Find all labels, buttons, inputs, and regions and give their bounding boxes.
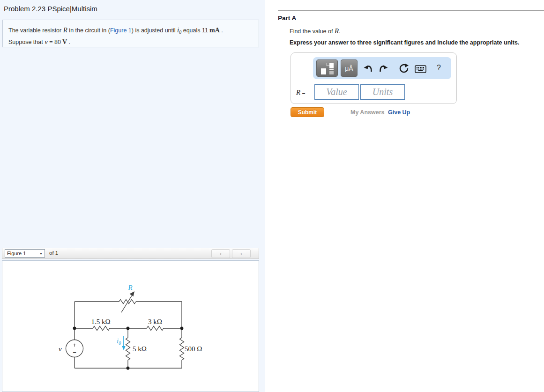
keyboard-icon[interactable]	[415, 65, 426, 75]
label-R: R	[127, 284, 132, 291]
current-arrow	[122, 336, 125, 350]
reset-icon[interactable]	[399, 63, 409, 75]
problem-line-1: The variable resistor R in the circuit i…	[8, 25, 254, 37]
micro-angstrom-icon: μÅ	[345, 65, 353, 72]
label-v: v	[59, 345, 62, 353]
figure-canvas: R 1.5 kΩ 3 kΩ 5 kΩ 500 Ω v i0 + −	[2, 260, 259, 392]
label-1p5k: 1.5 kΩ	[91, 318, 110, 325]
resistor-3k-zigzag	[147, 326, 164, 331]
answer-box: μÅ	[291, 52, 457, 104]
help-button[interactable]: ?	[437, 64, 441, 72]
answer-label: R =	[296, 89, 306, 96]
dropdown-caret-icon: ▼	[39, 252, 43, 255]
unit-mA: mA	[209, 27, 220, 34]
chevron-left-icon: ‹	[220, 250, 222, 257]
problem-panel: Problem 2.23 PSpice|Multisim The variabl…	[0, 0, 265, 392]
submit-button[interactable]: Submit	[291, 107, 324, 117]
figure-prev-button[interactable]: ‹	[211, 249, 230, 258]
label-500: 500 Ω	[185, 345, 202, 353]
figure-count-label: of 1	[49, 250, 58, 256]
problem-statement: The variable resistor R in the circuit i…	[8, 25, 254, 47]
part-divider	[278, 10, 544, 11]
undo-icon[interactable]	[364, 64, 374, 75]
chevron-right-icon: ›	[240, 250, 242, 257]
question-text: Find the value of R.	[290, 27, 341, 35]
part-a-heading: Part A	[278, 15, 296, 22]
math-var-R: R	[63, 26, 67, 34]
equation-templates-button[interactable]	[316, 59, 338, 77]
units-symbols-button[interactable]: μÅ	[341, 59, 358, 77]
unit-V: V	[62, 38, 67, 45]
resistor-1p5k-zigzag	[93, 326, 110, 331]
math-var-R: R	[335, 27, 339, 35]
resistor-500-zigzag	[180, 338, 184, 360]
circuit-diagram: R 1.5 kΩ 3 kΩ 5 kΩ 500 Ω v i0 + −	[54, 281, 214, 381]
label-i0: i0	[117, 337, 121, 346]
instruction-text: Express your answer to three significant…	[290, 39, 519, 46]
source-minus: −	[73, 349, 76, 356]
problem-statement-box: The variable resistor R in the circuit i…	[2, 20, 259, 47]
figure-select[interactable]: Figure 1 ▼	[5, 249, 45, 258]
page: Problem 2.23 PSpice|Multisim The variabl…	[0, 0, 544, 392]
my-answers-label: My Answers	[350, 109, 384, 116]
label-3k: 3 kΩ	[148, 318, 162, 325]
label-5k: 5 kΩ	[133, 345, 147, 353]
give-up-link[interactable]: Give Up	[388, 109, 410, 116]
figure-toolbar: Figure 1 ▼ of 1 ‹ ›	[2, 248, 259, 259]
resistor-5k-zigzag	[126, 338, 130, 360]
templates-icon	[321, 63, 334, 74]
value-input[interactable]	[314, 84, 359, 100]
source-plus: +	[73, 341, 76, 348]
math-var-v: v	[45, 38, 48, 45]
page-title: Problem 2.23 PSpice|Multisim	[4, 5, 97, 13]
figure-1-link[interactable]: Figure 1	[110, 27, 132, 34]
redo-icon[interactable]	[378, 64, 388, 75]
problem-line-2: Suppose that v = 80V .	[8, 37, 254, 47]
figure-next-button[interactable]: ›	[232, 249, 251, 258]
units-input[interactable]	[360, 84, 405, 100]
equation-toolbar: μÅ	[313, 57, 451, 79]
